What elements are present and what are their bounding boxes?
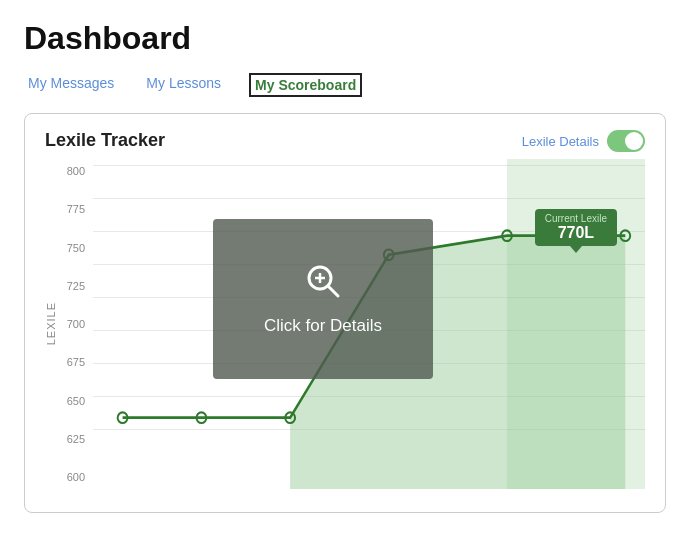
y-axis: 800 775 750 725 700 675 650 625 600 [61, 159, 93, 489]
y-tick-750: 750 [61, 242, 85, 254]
lexile-tooltip: Current Lexile 770L [535, 209, 617, 246]
lexile-details-toggle-area: Lexile Details [522, 130, 645, 152]
y-tick-725: 725 [61, 280, 85, 292]
svg-line-9 [328, 286, 338, 296]
lexile-details-label: Lexile Details [522, 134, 599, 149]
chart-inner: Current Lexile 770L Click for Details [93, 159, 645, 489]
page-title: Dashboard [24, 20, 666, 57]
y-tick-625: 625 [61, 433, 85, 445]
y-tick-675: 675 [61, 356, 85, 368]
click-for-details-overlay[interactable]: Click for Details [213, 219, 433, 379]
tab-messages[interactable]: My Messages [24, 73, 118, 97]
click-overlay-text: Click for Details [264, 316, 382, 336]
nav-tabs: My Messages My Lessons My Scoreboard [24, 73, 666, 97]
y-tick-775: 775 [61, 203, 85, 215]
y-tick-800: 800 [61, 165, 85, 177]
chart-area: LEXILE 800 775 750 725 700 675 650 625 6… [45, 159, 645, 489]
tab-scoreboard[interactable]: My Scoreboard [249, 73, 362, 97]
tooltip-label: Current Lexile [545, 213, 607, 224]
y-tick-600: 600 [61, 471, 85, 483]
y-tick-700: 700 [61, 318, 85, 330]
tab-lessons[interactable]: My Lessons [142, 73, 225, 97]
y-tick-650: 650 [61, 395, 85, 407]
tooltip-value: 770L [545, 224, 607, 242]
lexile-details-toggle[interactable] [607, 130, 645, 152]
lexile-tracker-card: Lexile Tracker Lexile Details LEXILE 800… [24, 113, 666, 513]
y-axis-label: LEXILE [45, 302, 57, 345]
zoom-icon [304, 262, 342, 308]
